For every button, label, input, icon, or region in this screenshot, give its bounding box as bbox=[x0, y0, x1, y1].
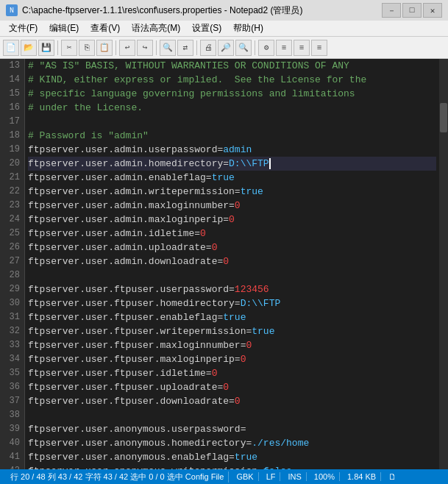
line-number: 25 bbox=[4, 227, 20, 241]
code-line: ftpserver.user.ftpuser.maxloginnumber=0 bbox=[28, 338, 436, 352]
property-key: ftpserver.user.anonymous.enableflag= bbox=[28, 452, 235, 463]
toolbar-save[interactable]: 💾 bbox=[38, 40, 54, 56]
code-line: ftpserver.user.admin.userpassword=admin bbox=[28, 143, 436, 157]
property-key: ftpserver.user.ftpuser.uploadrate= bbox=[28, 382, 223, 393]
line-number: 35 bbox=[4, 366, 20, 380]
property-key: ftpserver.user.admin.downloadrate= bbox=[28, 256, 223, 267]
property-value: true bbox=[241, 186, 263, 197]
code-line: ftpserver.user.ftpuser.userpassword=1234… bbox=[28, 282, 436, 296]
property-key: ftpserver.user.anonymous.userpassword= bbox=[28, 424, 246, 435]
property-value: 0 bbox=[200, 228, 206, 239]
toolbar-settings[interactable]: ⚙ bbox=[258, 40, 274, 56]
code-line bbox=[28, 268, 436, 282]
toolbar-cut[interactable]: ✂ bbox=[61, 40, 77, 56]
toolbar-extra3[interactable]: ≡ bbox=[311, 40, 327, 56]
property-key: ftpserver.user.ftpuser.downloadrate= bbox=[28, 396, 235, 407]
menu-bar: 文件(F) 编辑(E) 查看(V) 语法高亮(M) 设置(S) 帮助(H) bbox=[0, 21, 448, 37]
property-value: 0 bbox=[223, 256, 229, 267]
property-value: 0 bbox=[212, 368, 218, 379]
property-key: ftpserver.user.ftpuser.homedirectory= bbox=[28, 298, 241, 309]
toolbar-paste[interactable]: 📋 bbox=[96, 40, 113, 56]
status-mode: INS bbox=[283, 472, 306, 481]
code-line: ftpserver.user.admin.homedirectory=D:\\F… bbox=[28, 157, 436, 171]
line-number: 31 bbox=[4, 310, 20, 324]
code-line: ftpserver.user.ftpuser.writepermission=t… bbox=[28, 324, 436, 338]
line-number: 39 bbox=[4, 422, 20, 436]
line-number: 29 bbox=[4, 282, 20, 296]
menu-file[interactable]: 文件(F) bbox=[3, 21, 43, 36]
status-zoom: 100% bbox=[310, 472, 340, 481]
editor-container[interactable]: 1314151617181920212223242526272829303132… bbox=[0, 59, 448, 469]
property-value: 0 bbox=[235, 396, 241, 407]
line-number: 37 bbox=[4, 394, 20, 408]
property-value: true bbox=[252, 326, 274, 337]
toolbar-extra1[interactable]: ≡ bbox=[276, 40, 292, 56]
scrollbar[interactable] bbox=[439, 59, 448, 469]
property-value: 0 bbox=[235, 200, 241, 211]
line-number: 33 bbox=[4, 338, 20, 352]
line-numbers: 1314151617181920212223242526272829303132… bbox=[0, 59, 25, 469]
status-icon: 🗋 bbox=[384, 472, 401, 481]
status-line-ending: LF bbox=[262, 472, 281, 481]
toolbar-new[interactable]: 📄 bbox=[3, 40, 19, 56]
property-key: ftpserver.user.admin.maxloginperip= bbox=[28, 214, 229, 225]
minimize-button[interactable]: － bbox=[382, 3, 401, 18]
property-value: ./res/home bbox=[252, 438, 309, 449]
line-number: 18 bbox=[4, 129, 20, 143]
title-bar-left: N C:\apache-ftpserver-1.1.1\res\conf\use… bbox=[6, 4, 303, 17]
line-number: 17 bbox=[4, 115, 20, 129]
text-cursor bbox=[269, 158, 271, 169]
menu-help[interactable]: 帮助(H) bbox=[227, 21, 269, 36]
comment-text: # Password is "admin" bbox=[28, 130, 149, 141]
app-icon: N bbox=[6, 4, 18, 16]
property-value: 0 bbox=[246, 340, 252, 351]
line-number: 32 bbox=[4, 324, 20, 338]
menu-settings[interactable]: 设置(S) bbox=[186, 21, 227, 36]
property-key: ftpserver.user.admin.enableflag= bbox=[28, 172, 212, 183]
maximize-button[interactable]: □ bbox=[402, 3, 422, 18]
code-line: ftpserver.user.admin.maxloginperip=0 bbox=[28, 213, 436, 227]
toolbar-sep3 bbox=[156, 40, 157, 55]
scrollbar-thumb[interactable] bbox=[440, 103, 447, 132]
code-line: # specific language governing permission… bbox=[28, 87, 436, 101]
close-button[interactable]: ✕ bbox=[423, 3, 442, 18]
property-key: ftpserver.user.ftpuser.maxloginperip= bbox=[28, 354, 241, 365]
code-line: ftpserver.user.ftpuser.maxloginperip=0 bbox=[28, 352, 436, 366]
property-value: true bbox=[235, 452, 257, 463]
toolbar-extra2[interactable]: ≡ bbox=[294, 40, 310, 56]
property-key: ftpserver.user.admin.idletime= bbox=[28, 228, 200, 239]
code-line: ftpserver.user.anonymous.enableflag=true bbox=[28, 450, 436, 464]
line-number: 16 bbox=[4, 101, 20, 115]
toolbar-replace[interactable]: ⇄ bbox=[177, 40, 193, 56]
comment-text: # "AS IS" BASIS, WITHOUT WARRANTIES OR C… bbox=[28, 60, 349, 71]
line-number: 27 bbox=[4, 255, 20, 268]
code-area[interactable]: # "AS IS" BASIS, WITHOUT WARRANTIES OR C… bbox=[25, 59, 439, 469]
comment-text: # under the License. bbox=[28, 102, 143, 113]
property-key: ftpserver.user.ftpuser.writepermission= bbox=[28, 326, 252, 337]
menu-edit[interactable]: 编辑(E) bbox=[43, 21, 85, 36]
menu-view[interactable]: 查看(V) bbox=[85, 21, 126, 36]
toolbar-sep4 bbox=[196, 40, 197, 55]
toolbar-zoom-in[interactable]: 🔎 bbox=[218, 40, 234, 56]
property-value: 123456 bbox=[235, 284, 269, 295]
toolbar-zoom-out[interactable]: 🔍 bbox=[235, 40, 252, 56]
property-value: true bbox=[212, 172, 235, 183]
property-key: ftpserver.user.admin.userpassword= bbox=[28, 144, 223, 155]
line-number: 41 bbox=[4, 450, 20, 464]
toolbar-copy[interactable]: ⎘ bbox=[79, 40, 95, 56]
property-value: true bbox=[223, 312, 246, 323]
property-key: ftpserver.user.admin.maxloginnumber= bbox=[28, 200, 235, 211]
property-key: ftpserver.user.ftpuser.maxloginnumber= bbox=[28, 340, 246, 351]
toolbar-undo[interactable]: ↩ bbox=[119, 40, 135, 56]
line-number: 38 bbox=[4, 408, 20, 422]
menu-syntax[interactable]: 语法高亮(M) bbox=[126, 21, 186, 36]
title-bar: N C:\apache-ftpserver-1.1.1\res\conf\use… bbox=[0, 0, 448, 21]
toolbar-find[interactable]: 🔍 bbox=[160, 40, 176, 56]
toolbar-print[interactable]: 🖨 bbox=[200, 40, 216, 56]
line-number: 15 bbox=[4, 87, 20, 101]
property-key: ftpserver.user.ftpuser.idletime= bbox=[28, 368, 212, 379]
toolbar-open[interactable]: 📂 bbox=[21, 40, 37, 56]
code-line: ftpserver.user.anonymous.homedirectory=.… bbox=[28, 436, 436, 450]
code-line: # Password is "admin" bbox=[28, 129, 436, 143]
toolbar-redo[interactable]: ↪ bbox=[137, 40, 153, 56]
